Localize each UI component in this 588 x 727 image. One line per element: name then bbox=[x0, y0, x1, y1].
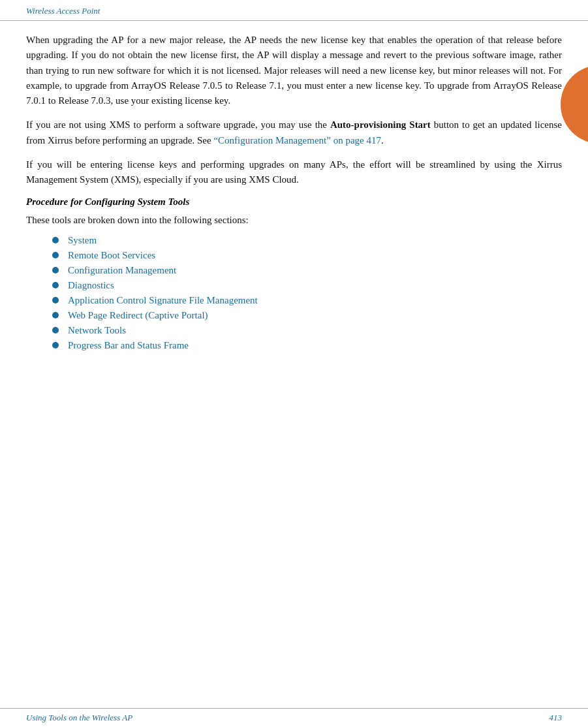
list-item-system[interactable]: System bbox=[68, 235, 97, 246]
list-intro: These tools are broken down into the fol… bbox=[26, 213, 562, 228]
page-number: 413 bbox=[549, 713, 563, 723]
list-item-network-tools[interactable]: Network Tools bbox=[68, 325, 126, 336]
list-item: Application Control Signature File Manag… bbox=[52, 295, 562, 306]
bold-text-autoprovisioning: Auto-provisioning Start bbox=[330, 119, 431, 130]
list-item-configuration-management[interactable]: Configuration Management bbox=[68, 265, 176, 276]
list-item: Network Tools bbox=[52, 325, 562, 336]
bullet-dot bbox=[52, 312, 59, 318]
list-item: Diagnostics bbox=[52, 280, 562, 291]
page-footer: Using Tools on the Wireless AP 413 bbox=[0, 708, 588, 727]
page-header: Wireless Access Point bbox=[0, 0, 588, 21]
list-item-diagnostics[interactable]: Diagnostics bbox=[68, 280, 114, 291]
page-container: Wireless Access Point When upgrading the… bbox=[0, 0, 588, 727]
footer-left-text: Using Tools on the Wireless AP bbox=[26, 713, 132, 723]
paragraph-2: If you are not using XMS to perform a so… bbox=[26, 117, 562, 148]
list-item-progress-bar[interactable]: Progress Bar and Status Frame bbox=[68, 340, 189, 351]
list-item: Configuration Management bbox=[52, 265, 562, 276]
main-content: When upgrading the AP for a new major re… bbox=[0, 21, 588, 371]
bullet-dot bbox=[52, 237, 59, 243]
section-heading: Procedure for Configuring System Tools bbox=[26, 196, 562, 208]
bullet-dot bbox=[52, 297, 59, 303]
bullet-dot bbox=[52, 252, 59, 258]
config-management-link[interactable]: “Configuration Management” on page 417 bbox=[213, 135, 381, 146]
list-item: Web Page Redirect (Captive Portal) bbox=[52, 310, 562, 321]
list-item: Remote Boot Services bbox=[52, 250, 562, 261]
bullet-dot bbox=[52, 267, 59, 273]
bullet-dot bbox=[52, 342, 59, 348]
paragraph-1: When upgrading the AP for a new major re… bbox=[26, 33, 562, 108]
bullet-dot bbox=[52, 282, 59, 288]
list-item: System bbox=[52, 235, 562, 246]
paragraph-3: If you will be entering license keys and… bbox=[26, 157, 562, 188]
list-item: Progress Bar and Status Frame bbox=[52, 340, 562, 351]
list-item-app-control[interactable]: Application Control Signature File Manag… bbox=[68, 295, 258, 306]
list-item-remote-boot-services[interactable]: Remote Boot Services bbox=[68, 250, 155, 261]
bullet-list: System Remote Boot Services Configuratio… bbox=[26, 235, 562, 351]
breadcrumb: Wireless Access Point bbox=[26, 6, 100, 16]
bullet-dot bbox=[52, 327, 59, 333]
list-item-web-page-redirect[interactable]: Web Page Redirect (Captive Portal) bbox=[68, 310, 208, 321]
